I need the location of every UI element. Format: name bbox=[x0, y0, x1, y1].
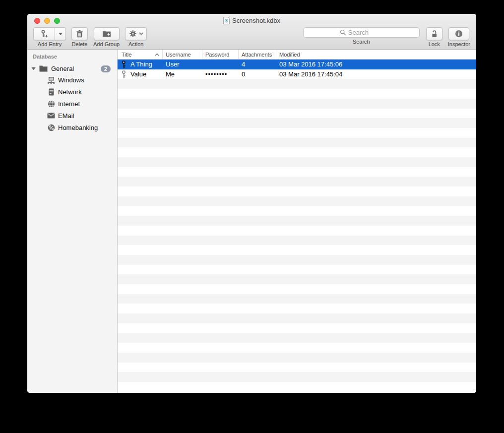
open-padlock-icon bbox=[431, 30, 438, 38]
toolbar-item-action: Action bbox=[125, 27, 147, 47]
inspector-button[interactable] bbox=[448, 27, 469, 40]
titlebar[interactable]: Screenshot.kdbx bbox=[27, 14, 476, 27]
add-entry-label: Add Entry bbox=[38, 41, 62, 47]
sidebar-item-label: Network bbox=[58, 88, 82, 96]
sort-ascending-icon bbox=[155, 53, 159, 56]
toolbar: Add Entry Delete bbox=[27, 27, 476, 49]
dropdown-arrow-icon bbox=[59, 33, 63, 35]
toolbar-item-add-entry: Add Entry bbox=[33, 27, 66, 47]
lock-label: Lock bbox=[429, 41, 440, 47]
folder-icon bbox=[39, 65, 48, 72]
table-row[interactable]: Value Me •••••••• 0 03 Mar 2016 17:45:04 bbox=[118, 69, 476, 79]
action-button[interactable] bbox=[125, 27, 147, 40]
column-header-attachments[interactable]: Attachments bbox=[239, 50, 276, 59]
column-header-modified[interactable]: Modified bbox=[276, 50, 476, 59]
column-header-title[interactable]: Title bbox=[118, 50, 163, 59]
sidebar-item-label: Internet bbox=[58, 100, 80, 108]
main-area: Database General 2 Windows bbox=[27, 50, 476, 393]
add-group-button[interactable] bbox=[94, 27, 120, 40]
sidebar-group-label: General bbox=[51, 65, 101, 72]
entry-modified: 03 Mar 2016 17:45:04 bbox=[276, 70, 476, 78]
gear-icon bbox=[129, 30, 137, 38]
sidebar-group-general[interactable]: General 2 bbox=[27, 63, 117, 74]
sidebar-item-label: Homebanking bbox=[58, 124, 98, 131]
folder-plus-icon bbox=[102, 30, 111, 37]
column-header-password[interactable]: Password bbox=[202, 50, 239, 59]
key-icon bbox=[121, 70, 126, 78]
envelope-icon bbox=[47, 113, 55, 119]
sidebar-item-email[interactable]: EMail bbox=[27, 110, 117, 122]
magnifier-icon bbox=[340, 29, 346, 36]
sidebar: Database General 2 Windows bbox=[27, 50, 118, 393]
window-title: Screenshot.kdbx bbox=[232, 17, 280, 24]
add-group-label: Add Group bbox=[93, 41, 120, 47]
server-icon bbox=[47, 88, 55, 96]
sidebar-item-label: EMail bbox=[58, 112, 74, 120]
sidebar-item-label: Windows bbox=[58, 76, 84, 84]
toolbar-item-inspector: Inspector bbox=[448, 27, 470, 47]
delete-button[interactable] bbox=[71, 27, 88, 40]
entry-title: Value bbox=[130, 70, 146, 78]
table-row[interactable]: A Thing User 4 03 Mar 2016 17:45:06 bbox=[118, 60, 476, 69]
sidebar-item-homebanking[interactable]: Homebanking bbox=[27, 122, 117, 133]
chevron-down-icon bbox=[139, 32, 143, 35]
toolbar-item-search: Search bbox=[303, 27, 420, 45]
trash-icon bbox=[76, 30, 83, 38]
key-icon bbox=[121, 61, 126, 68]
entry-username: Me bbox=[163, 70, 202, 78]
search-field[interactable] bbox=[303, 27, 420, 38]
column-header-username[interactable]: Username bbox=[163, 50, 202, 59]
entry-count-badge: 2 bbox=[101, 65, 111, 72]
percent-coin-icon bbox=[47, 124, 55, 131]
entry-password: •••••••• bbox=[202, 70, 239, 78]
entry-title: A Thing bbox=[130, 61, 152, 68]
toolbar-item-add-group: Add Group bbox=[93, 27, 120, 47]
key-plus-icon bbox=[40, 30, 49, 38]
windows-network-icon bbox=[47, 76, 55, 84]
action-label: Action bbox=[128, 41, 144, 47]
search-input[interactable] bbox=[348, 29, 383, 36]
globe-icon bbox=[47, 100, 55, 108]
toolbar-item-delete: Delete bbox=[71, 27, 88, 47]
sidebar-section-header: Database bbox=[27, 54, 117, 60]
entry-username: User bbox=[163, 61, 202, 68]
entry-attachments: 0 bbox=[239, 70, 276, 78]
window-chrome: Screenshot.kdbx bbox=[27, 14, 476, 50]
sidebar-item-windows[interactable]: Windows bbox=[27, 74, 117, 86]
table-body[interactable]: A Thing User 4 03 Mar 2016 17:45:06 Valu… bbox=[118, 60, 476, 393]
lock-button[interactable] bbox=[426, 27, 442, 40]
add-entry-dropdown-button[interactable] bbox=[55, 27, 66, 40]
search-label: Search bbox=[353, 39, 370, 45]
add-entry-button[interactable] bbox=[33, 27, 55, 40]
desktop-background: Screenshot.kdbx bbox=[0, 0, 504, 433]
app-window: Screenshot.kdbx bbox=[27, 14, 476, 393]
table-header: Title Username Password Attachments Modi… bbox=[118, 50, 476, 60]
entry-modified: 03 Mar 2016 17:45:06 bbox=[276, 61, 476, 68]
inspector-label: Inspector bbox=[448, 41, 470, 47]
disclosure-triangle-icon[interactable] bbox=[31, 67, 36, 70]
sidebar-item-network[interactable]: Network bbox=[27, 86, 117, 98]
entry-attachments: 4 bbox=[239, 61, 276, 68]
sidebar-item-internet[interactable]: Internet bbox=[27, 98, 117, 110]
toolbar-item-lock: Lock bbox=[426, 27, 442, 47]
delete-label: Delete bbox=[72, 41, 88, 47]
document-proxy-icon[interactable] bbox=[223, 17, 230, 24]
info-circle-icon bbox=[455, 30, 463, 38]
entry-table: Title Username Password Attachments Modi… bbox=[118, 50, 476, 393]
